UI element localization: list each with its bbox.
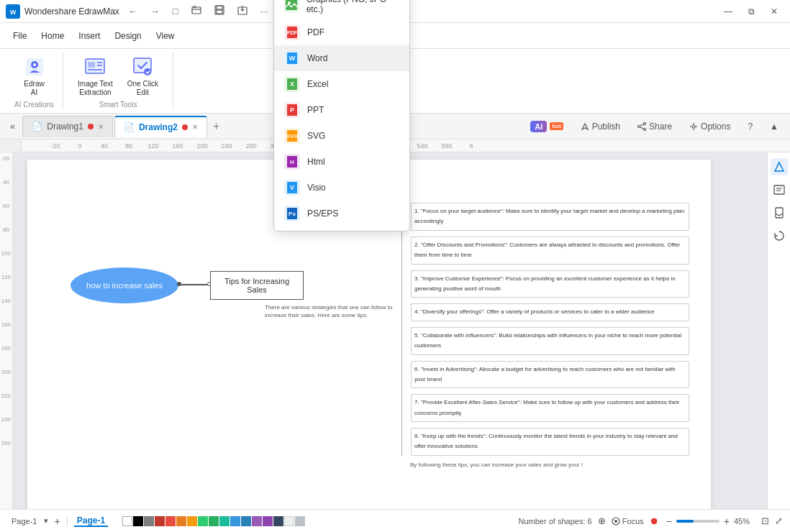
nav-forward-button[interactable]: → [146,3,164,19]
color-red-dark[interactable] [155,516,165,526]
svg-text:H: H [290,159,294,165]
ruler-tick: 540 [410,142,435,150]
rect-text: Tips for Increasing Sales [210,271,304,300]
tab-drawing2-close[interactable]: ✕ [192,123,198,131]
right-panel-properties-btn[interactable] [771,181,788,198]
export-html[interactable]: H Html [274,149,409,175]
svg-rect-2 [192,7,201,14]
zoom-slider[interactable] [676,520,719,523]
active-page[interactable]: Page-1 [74,515,108,527]
zoom-in-button[interactable]: + [722,514,731,528]
color-gray[interactable] [144,516,154,526]
export-pseps[interactable]: Ps PS/EPS [274,201,409,226]
nav-save-button[interactable] [210,2,229,20]
color-none[interactable] [122,516,132,526]
nav-more-button[interactable]: ··· [256,3,273,19]
zoom-out-button[interactable]: − [665,514,673,528]
svg-label: SVG [307,131,325,141]
right-panel-bookmark-btn[interactable] [771,204,788,221]
fit-button[interactable]: ⊡ [761,515,769,526]
options-button[interactable]: Options [684,119,736,134]
focus-button[interactable]: Focus [612,517,644,526]
publish-button[interactable]: Publish [575,119,626,134]
oval-text: how to increase sales [71,267,178,303]
mindmap-item-5: 5. "Collaborate with influencers": Build… [411,327,689,355]
menu-home[interactable]: Home [34,27,71,45]
expand-button[interactable]: ⤢ [775,515,783,526]
nav-back-button[interactable]: ← [124,3,142,19]
color-blue-dark[interactable] [241,516,251,526]
export-svg[interactable]: SVG SVG [274,123,409,149]
minimize-button[interactable]: — [718,1,738,22]
color-blue[interactable] [230,516,240,526]
ruler-vertical: 20406080100120140160180200220240260 [0,152,13,509]
color-light[interactable] [284,516,294,526]
ribbon-items-ai: EdrawAI [17,52,52,101]
ppt-icon: P [284,102,300,118]
oval-shape[interactable]: how to increase sales [71,267,178,303]
close-button[interactable]: ✕ [764,1,784,22]
statusbar-right: Number of shapes: 6 ⊕ Focus ⏺ − + 45% ⊡ … [519,514,783,528]
menu-design[interactable]: Design [107,27,148,45]
export-word[interactable]: W Word [274,45,409,71]
ruler-tick: 280 [239,142,263,150]
color-slate[interactable] [273,516,283,526]
page-1-tab[interactable]: Page-1 [7,515,41,527]
color-green-dark[interactable] [209,516,219,526]
export-graphics[interactable]: Graphics (PNG, JPG etc.) [274,0,409,19]
svg-point-35 [644,122,646,124]
pdf-label: PDF [307,27,324,37]
help-button[interactable]: ? [742,119,758,134]
page-dropdown[interactable]: ▾ [44,516,48,526]
svg-point-40 [692,125,695,128]
color-orange[interactable] [176,516,186,526]
tab-drawing1-close[interactable]: ✕ [98,123,104,131]
share-button[interactable]: Share [632,119,678,134]
rect-shape[interactable]: Tips for Increasing Sales [210,271,304,300]
color-purple-dark[interactable] [263,516,273,526]
export-pdf[interactable]: PDF PDF [274,19,409,45]
export-ppt[interactable]: P PPT [274,97,409,123]
export-visio[interactable]: V Visio [274,175,409,201]
svg-rect-11 [88,62,95,68]
color-palette [122,516,305,526]
export-excel[interactable]: X Excel [274,71,409,97]
menu-insert[interactable]: Insert [71,27,107,45]
color-purple[interactable] [252,516,262,526]
ribbon-item-one-click-edit[interactable]: One ClickEdit [122,52,164,100]
nav-export-button[interactable] [233,2,252,20]
ribbon-item-image-text[interactable]: Image TextExtraction [72,52,119,100]
ribbon-item-edraw-ai[interactable]: EdrawAI [17,52,52,100]
color-silver[interactable] [295,516,305,526]
ai-label: AI [530,121,547,132]
menu-file[interactable]: File [6,27,34,45]
tab-drawing2-icon: 📄 [124,122,135,132]
visio-label: Visio [307,183,326,193]
svg-text:P: P [290,106,294,114]
color-red[interactable] [165,516,176,526]
color-green[interactable] [198,516,208,526]
tab-drawing2[interactable]: 📄 Drawing2 ✕ [114,116,207,137]
ribbon-collapse-button[interactable]: ▲ [764,119,784,134]
shapes-count: Number of shapes: 6 [519,517,592,526]
right-panel-diagram-btn[interactable] [771,158,788,175]
right-panel-history-btn[interactable] [771,227,788,244]
ai-button[interactable]: AI hot [525,118,568,135]
statusbar: Page-1 ▾ + | Page-1 Number of shapes: 6 … [0,509,790,532]
tab-drawing1-icon: 📄 [32,121,42,132]
tab-add-button[interactable]: + [209,120,224,133]
tab-drawing1[interactable]: 📄 Drawing1 ✕ [22,116,113,137]
nav-open-button[interactable] [187,2,206,20]
ruler-corner [0,139,22,152]
layer-button[interactable]: ⊕ [598,515,606,526]
panel-collapse-button[interactable]: « [6,119,19,134]
connector-dot-left [177,282,181,286]
record-button[interactable]: ⏺ [650,515,659,526]
color-teal[interactable] [219,516,230,526]
nav-new-button[interactable]: □ [168,3,183,19]
color-yellow[interactable] [187,516,197,526]
page-add[interactable]: + [54,515,60,527]
menu-view[interactable]: View [149,27,182,45]
restore-button[interactable]: ⧉ [741,1,761,22]
color-black[interactable] [133,516,143,526]
